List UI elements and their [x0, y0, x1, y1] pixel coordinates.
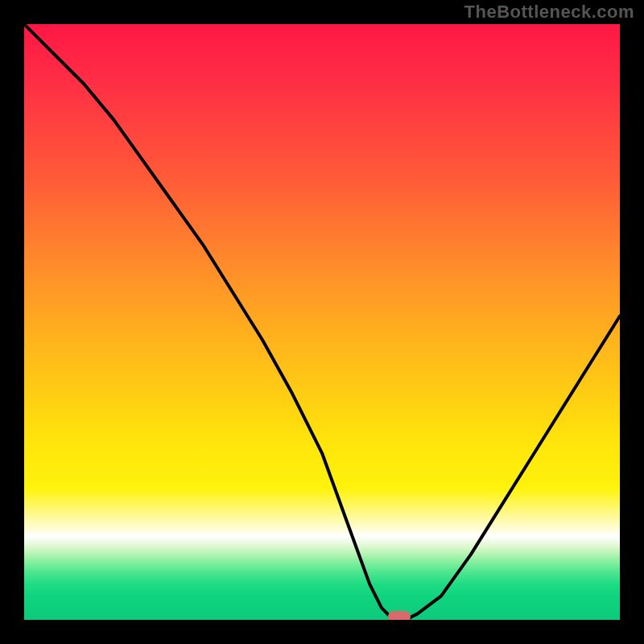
- watermark-text: TheBottleneck.com: [464, 2, 634, 23]
- plot-area: [24, 24, 620, 620]
- optimum-marker-icon: [388, 611, 411, 620]
- chart-frame: TheBottleneck.com: [0, 0, 644, 644]
- curve-svg: [24, 24, 620, 620]
- bottleneck-curve: [24, 24, 620, 620]
